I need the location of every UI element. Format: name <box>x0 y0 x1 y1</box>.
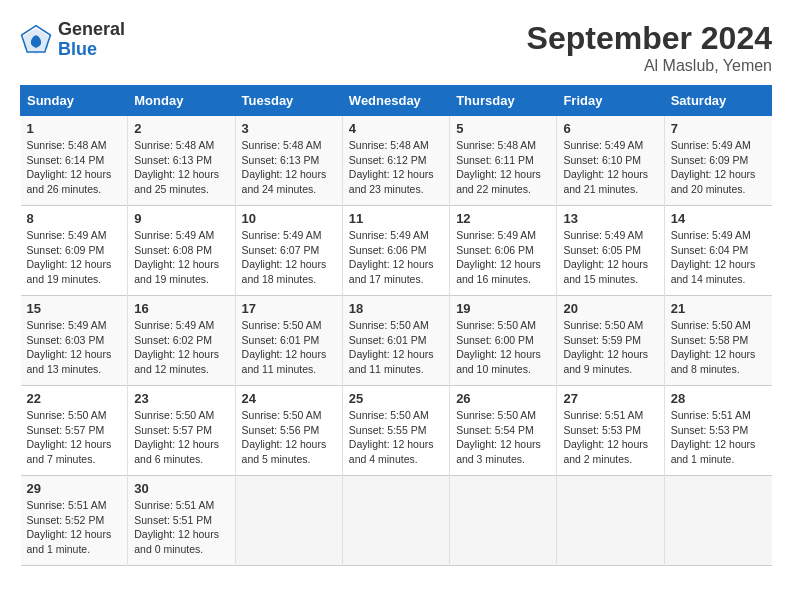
weekday-header: Wednesday <box>342 86 449 116</box>
calendar-cell: 14 Sunrise: 5:49 AMSunset: 6:04 PMDaylig… <box>664 206 771 296</box>
calendar-cell: 19 Sunrise: 5:50 AMSunset: 6:00 PMDaylig… <box>450 296 557 386</box>
calendar-cell: 3 Sunrise: 5:48 AMSunset: 6:13 PMDayligh… <box>235 116 342 206</box>
day-number: 13 <box>563 211 657 226</box>
calendar-cell: 4 Sunrise: 5:48 AMSunset: 6:12 PMDayligh… <box>342 116 449 206</box>
day-info: Sunrise: 5:51 AMSunset: 5:53 PMDaylight:… <box>671 409 756 465</box>
day-number: 1 <box>27 121 122 136</box>
day-number: 26 <box>456 391 550 406</box>
calendar-cell: 11 Sunrise: 5:49 AMSunset: 6:06 PMDaylig… <box>342 206 449 296</box>
weekday-header: Monday <box>128 86 235 116</box>
day-info: Sunrise: 5:49 AMSunset: 6:10 PMDaylight:… <box>563 139 648 195</box>
calendar-cell: 7 Sunrise: 5:49 AMSunset: 6:09 PMDayligh… <box>664 116 771 206</box>
calendar-row: 8 Sunrise: 5:49 AMSunset: 6:09 PMDayligh… <box>21 206 772 296</box>
calendar-row: 15 Sunrise: 5:49 AMSunset: 6:03 PMDaylig… <box>21 296 772 386</box>
day-info: Sunrise: 5:51 AMSunset: 5:51 PMDaylight:… <box>134 499 219 555</box>
day-number: 30 <box>134 481 228 496</box>
calendar-cell: 29 Sunrise: 5:51 AMSunset: 5:52 PMDaylig… <box>21 476 128 566</box>
day-number: 27 <box>563 391 657 406</box>
calendar-row: 29 Sunrise: 5:51 AMSunset: 5:52 PMDaylig… <box>21 476 772 566</box>
day-number: 16 <box>134 301 228 316</box>
weekday-header: Friday <box>557 86 664 116</box>
day-number: 9 <box>134 211 228 226</box>
calendar-cell <box>664 476 771 566</box>
calendar-row: 1 Sunrise: 5:48 AMSunset: 6:14 PMDayligh… <box>21 116 772 206</box>
day-number: 18 <box>349 301 443 316</box>
calendar-cell: 12 Sunrise: 5:49 AMSunset: 6:06 PMDaylig… <box>450 206 557 296</box>
day-info: Sunrise: 5:49 AMSunset: 6:09 PMDaylight:… <box>27 229 112 285</box>
weekday-header-row: SundayMondayTuesdayWednesdayThursdayFrid… <box>21 86 772 116</box>
calendar-cell: 15 Sunrise: 5:49 AMSunset: 6:03 PMDaylig… <box>21 296 128 386</box>
day-number: 2 <box>134 121 228 136</box>
day-number: 5 <box>456 121 550 136</box>
calendar-cell: 25 Sunrise: 5:50 AMSunset: 5:55 PMDaylig… <box>342 386 449 476</box>
calendar-cell <box>557 476 664 566</box>
day-info: Sunrise: 5:49 AMSunset: 6:09 PMDaylight:… <box>671 139 756 195</box>
calendar-cell: 5 Sunrise: 5:48 AMSunset: 6:11 PMDayligh… <box>450 116 557 206</box>
calendar-cell: 26 Sunrise: 5:50 AMSunset: 5:54 PMDaylig… <box>450 386 557 476</box>
logo-text: General Blue <box>58 20 125 60</box>
calendar-cell: 6 Sunrise: 5:49 AMSunset: 6:10 PMDayligh… <box>557 116 664 206</box>
day-info: Sunrise: 5:50 AMSunset: 5:55 PMDaylight:… <box>349 409 434 465</box>
calendar-cell: 13 Sunrise: 5:49 AMSunset: 6:05 PMDaylig… <box>557 206 664 296</box>
calendar-cell <box>342 476 449 566</box>
day-number: 19 <box>456 301 550 316</box>
calendar-cell: 23 Sunrise: 5:50 AMSunset: 5:57 PMDaylig… <box>128 386 235 476</box>
calendar-cell: 22 Sunrise: 5:50 AMSunset: 5:57 PMDaylig… <box>21 386 128 476</box>
title-area: September 2024 Al Maslub, Yemen <box>527 20 772 75</box>
day-info: Sunrise: 5:49 AMSunset: 6:08 PMDaylight:… <box>134 229 219 285</box>
calendar-cell: 10 Sunrise: 5:49 AMSunset: 6:07 PMDaylig… <box>235 206 342 296</box>
day-info: Sunrise: 5:51 AMSunset: 5:52 PMDaylight:… <box>27 499 112 555</box>
calendar-cell: 8 Sunrise: 5:49 AMSunset: 6:09 PMDayligh… <box>21 206 128 296</box>
day-number: 21 <box>671 301 766 316</box>
day-info: Sunrise: 5:50 AMSunset: 5:59 PMDaylight:… <box>563 319 648 375</box>
weekday-header: Sunday <box>21 86 128 116</box>
day-info: Sunrise: 5:48 AMSunset: 6:13 PMDaylight:… <box>134 139 219 195</box>
day-info: Sunrise: 5:50 AMSunset: 6:01 PMDaylight:… <box>242 319 327 375</box>
day-number: 7 <box>671 121 766 136</box>
calendar-cell: 27 Sunrise: 5:51 AMSunset: 5:53 PMDaylig… <box>557 386 664 476</box>
day-info: Sunrise: 5:48 AMSunset: 6:12 PMDaylight:… <box>349 139 434 195</box>
location-title: Al Maslub, Yemen <box>527 57 772 75</box>
calendar-cell: 18 Sunrise: 5:50 AMSunset: 6:01 PMDaylig… <box>342 296 449 386</box>
calendar-cell: 28 Sunrise: 5:51 AMSunset: 5:53 PMDaylig… <box>664 386 771 476</box>
day-number: 28 <box>671 391 766 406</box>
weekday-header: Saturday <box>664 86 771 116</box>
logo: General Blue <box>20 20 125 60</box>
day-number: 10 <box>242 211 336 226</box>
logo-icon <box>20 24 52 56</box>
day-info: Sunrise: 5:50 AMSunset: 6:01 PMDaylight:… <box>349 319 434 375</box>
day-info: Sunrise: 5:50 AMSunset: 6:00 PMDaylight:… <box>456 319 541 375</box>
day-number: 24 <box>242 391 336 406</box>
calendar-cell: 24 Sunrise: 5:50 AMSunset: 5:56 PMDaylig… <box>235 386 342 476</box>
day-number: 25 <box>349 391 443 406</box>
day-info: Sunrise: 5:50 AMSunset: 5:54 PMDaylight:… <box>456 409 541 465</box>
calendar-cell: 30 Sunrise: 5:51 AMSunset: 5:51 PMDaylig… <box>128 476 235 566</box>
day-number: 23 <box>134 391 228 406</box>
calendar-cell: 2 Sunrise: 5:48 AMSunset: 6:13 PMDayligh… <box>128 116 235 206</box>
day-info: Sunrise: 5:50 AMSunset: 5:56 PMDaylight:… <box>242 409 327 465</box>
calendar-cell: 20 Sunrise: 5:50 AMSunset: 5:59 PMDaylig… <box>557 296 664 386</box>
day-info: Sunrise: 5:49 AMSunset: 6:07 PMDaylight:… <box>242 229 327 285</box>
day-number: 4 <box>349 121 443 136</box>
calendar-row: 22 Sunrise: 5:50 AMSunset: 5:57 PMDaylig… <box>21 386 772 476</box>
day-info: Sunrise: 5:49 AMSunset: 6:03 PMDaylight:… <box>27 319 112 375</box>
day-info: Sunrise: 5:49 AMSunset: 6:06 PMDaylight:… <box>456 229 541 285</box>
day-info: Sunrise: 5:49 AMSunset: 6:05 PMDaylight:… <box>563 229 648 285</box>
day-number: 3 <box>242 121 336 136</box>
day-number: 11 <box>349 211 443 226</box>
month-title: September 2024 <box>527 20 772 57</box>
calendar-cell: 21 Sunrise: 5:50 AMSunset: 5:58 PMDaylig… <box>664 296 771 386</box>
calendar-cell <box>450 476 557 566</box>
day-number: 14 <box>671 211 766 226</box>
day-number: 12 <box>456 211 550 226</box>
calendar-cell: 9 Sunrise: 5:49 AMSunset: 6:08 PMDayligh… <box>128 206 235 296</box>
weekday-header: Tuesday <box>235 86 342 116</box>
day-number: 20 <box>563 301 657 316</box>
weekday-header: Thursday <box>450 86 557 116</box>
day-info: Sunrise: 5:50 AMSunset: 5:58 PMDaylight:… <box>671 319 756 375</box>
day-number: 15 <box>27 301 122 316</box>
page-header: General Blue September 2024 Al Maslub, Y… <box>20 20 772 75</box>
day-number: 17 <box>242 301 336 316</box>
calendar-table: SundayMondayTuesdayWednesdayThursdayFrid… <box>20 85 772 566</box>
day-number: 22 <box>27 391 122 406</box>
